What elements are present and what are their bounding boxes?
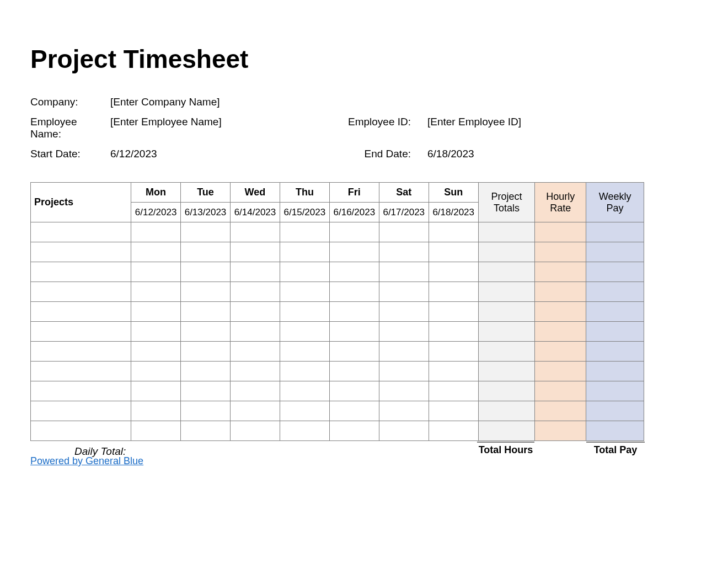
table-cell[interactable] xyxy=(230,262,280,282)
table-cell[interactable] xyxy=(586,401,644,421)
table-cell[interactable] xyxy=(478,362,535,381)
table-cell[interactable] xyxy=(230,222,280,242)
table-cell[interactable] xyxy=(131,282,181,302)
company-value[interactable]: [Enter Company Name] xyxy=(110,96,347,108)
table-cell[interactable] xyxy=(181,222,231,242)
table-cell[interactable] xyxy=(586,262,644,282)
table-cell[interactable] xyxy=(586,322,644,342)
table-cell[interactable] xyxy=(280,342,329,362)
table-cell[interactable] xyxy=(31,381,131,401)
table-cell[interactable] xyxy=(329,242,379,262)
table-cell[interactable] xyxy=(280,322,329,342)
table-cell[interactable] xyxy=(429,421,478,441)
table-cell[interactable] xyxy=(429,342,478,362)
table-cell[interactable] xyxy=(280,262,329,282)
table-cell[interactable] xyxy=(478,342,535,362)
table-cell[interactable] xyxy=(535,421,586,441)
table-cell[interactable] xyxy=(379,222,429,242)
table-cell[interactable] xyxy=(181,421,231,441)
table-cell[interactable] xyxy=(586,342,644,362)
table-cell[interactable] xyxy=(230,282,280,302)
table-cell[interactable] xyxy=(230,401,280,421)
table-cell[interactable] xyxy=(535,342,586,362)
table-cell[interactable] xyxy=(535,401,586,421)
table-cell[interactable] xyxy=(181,282,231,302)
table-cell[interactable] xyxy=(280,421,329,441)
employee-id-value[interactable]: [Enter Employee ID] xyxy=(427,116,593,140)
table-cell[interactable] xyxy=(31,262,131,282)
table-cell[interactable] xyxy=(535,302,586,322)
table-cell[interactable] xyxy=(429,302,478,322)
table-cell[interactable] xyxy=(429,282,478,302)
table-cell[interactable] xyxy=(429,322,478,342)
table-cell[interactable] xyxy=(329,421,379,441)
table-cell[interactable] xyxy=(280,302,329,322)
table-cell[interactable] xyxy=(131,421,181,441)
table-cell[interactable] xyxy=(131,262,181,282)
table-cell[interactable] xyxy=(478,322,535,342)
table-cell[interactable] xyxy=(230,242,280,262)
table-cell[interactable] xyxy=(329,362,379,381)
end-date-value[interactable]: 6/18/2023 xyxy=(427,148,593,160)
table-cell[interactable] xyxy=(478,302,535,322)
table-cell[interactable] xyxy=(329,401,379,421)
table-cell[interactable] xyxy=(181,262,231,282)
table-cell[interactable] xyxy=(586,242,644,262)
table-cell[interactable] xyxy=(329,282,379,302)
table-cell[interactable] xyxy=(429,362,478,381)
table-cell[interactable] xyxy=(230,362,280,381)
table-cell[interactable] xyxy=(31,282,131,302)
table-cell[interactable] xyxy=(478,421,535,441)
table-cell[interactable] xyxy=(131,401,181,421)
table-cell[interactable] xyxy=(379,381,429,401)
table-cell[interactable] xyxy=(131,381,181,401)
table-cell[interactable] xyxy=(478,242,535,262)
table-cell[interactable] xyxy=(181,401,231,421)
table-cell[interactable] xyxy=(230,421,280,441)
table-cell[interactable] xyxy=(131,302,181,322)
table-cell[interactable] xyxy=(379,282,429,302)
table-cell[interactable] xyxy=(429,401,478,421)
start-date-value[interactable]: 6/12/2023 xyxy=(110,148,347,160)
table-cell[interactable] xyxy=(280,401,329,421)
table-cell[interactable] xyxy=(230,302,280,322)
table-cell[interactable] xyxy=(586,222,644,242)
table-cell[interactable] xyxy=(379,262,429,282)
table-cell[interactable] xyxy=(329,262,379,282)
table-cell[interactable] xyxy=(280,381,329,401)
table-cell[interactable] xyxy=(31,322,131,342)
table-cell[interactable] xyxy=(379,362,429,381)
table-cell[interactable] xyxy=(131,322,181,342)
table-cell[interactable] xyxy=(131,242,181,262)
table-cell[interactable] xyxy=(31,342,131,362)
table-cell[interactable] xyxy=(586,421,644,441)
table-cell[interactable] xyxy=(181,302,231,322)
table-cell[interactable] xyxy=(31,362,131,381)
table-cell[interactable] xyxy=(280,222,329,242)
table-cell[interactable] xyxy=(478,401,535,421)
table-cell[interactable] xyxy=(329,222,379,242)
table-cell[interactable] xyxy=(429,262,478,282)
table-cell[interactable] xyxy=(31,421,131,441)
table-cell[interactable] xyxy=(478,381,535,401)
table-cell[interactable] xyxy=(535,282,586,302)
table-cell[interactable] xyxy=(31,401,131,421)
table-cell[interactable] xyxy=(230,322,280,342)
table-cell[interactable] xyxy=(280,242,329,262)
table-cell[interactable] xyxy=(429,222,478,242)
table-cell[interactable] xyxy=(329,342,379,362)
table-cell[interactable] xyxy=(478,262,535,282)
table-cell[interactable] xyxy=(535,242,586,262)
table-cell[interactable] xyxy=(535,222,586,242)
table-cell[interactable] xyxy=(535,381,586,401)
table-cell[interactable] xyxy=(329,302,379,322)
table-cell[interactable] xyxy=(31,242,131,262)
table-cell[interactable] xyxy=(181,342,231,362)
table-cell[interactable] xyxy=(478,282,535,302)
table-cell[interactable] xyxy=(379,322,429,342)
table-cell[interactable] xyxy=(535,262,586,282)
table-cell[interactable] xyxy=(379,302,429,322)
table-cell[interactable] xyxy=(535,362,586,381)
table-cell[interactable] xyxy=(131,362,181,381)
table-cell[interactable] xyxy=(379,242,429,262)
